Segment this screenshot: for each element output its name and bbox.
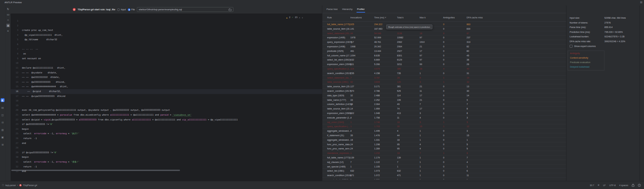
profiler-table-row[interactable]: if_statement (31)351.476441015 xyxy=(322,133,566,138)
legend-item-deepest-lookahead: Deepest lookahead xyxy=(570,66,589,68)
column-header-dfa-cache-miss[interactable]: DFA cache miss xyxy=(467,16,483,19)
column-header-invocations[interactable]: Invocations xyxy=(350,16,362,19)
cell: 2.488 xyxy=(374,93,380,98)
profiler-table-row[interactable]: set_special (1485)11.1051101 xyxy=(322,165,566,169)
profiler-table-row[interactable]: predicate (1525)46113.444292717080 xyxy=(322,49,566,53)
event-log-icon[interactable] xyxy=(638,184,641,187)
commit-tool-icon[interactable]: ◫ xyxy=(1,113,5,117)
code-text: —— —— @a333333333333 dtkind, xyxy=(22,80,65,85)
profiler-table-row[interactable]: standalone_expressio...11.23218716 xyxy=(322,151,566,156)
file-radio[interactable]: File xyxy=(128,8,135,11)
profiler-table-row[interactable]: table_source_item (16...141167.9830830 xyxy=(322,27,566,31)
profiler-table-row[interactable]: func_proc_name_data...241.29895405 xyxy=(322,142,566,147)
code-text: if @a333333333333 !='0' xyxy=(22,122,53,127)
profiler-table-row[interactable]: sql_union (1543)11.74616515 xyxy=(322,120,566,125)
cell: 14 xyxy=(467,93,469,98)
todo-tool-icon[interactable]: ▥ xyxy=(1,128,5,132)
profiler-table-row[interactable]: select_list_elem (1592)6326.669612997038 xyxy=(322,58,566,62)
encoding-selector[interactable]: UTF-8 xyxy=(609,184,616,186)
profiler-table-row[interactable]: execute_body (1204)11.0311101 xyxy=(322,178,566,179)
show-expert-columns-checkbox[interactable]: Show expert columns xyxy=(570,45,596,48)
profiler-table-row[interactable]: table_sources (1551)823.6091203132 xyxy=(322,80,566,84)
checkbox-icon[interactable] xyxy=(570,45,573,48)
inspections-widget[interactable]: ▲ 2 ✓ 23 ∧ ∨ xyxy=(286,16,303,19)
scroll-to-source-icon[interactable]: ▣ xyxy=(6,24,10,27)
profiler-table-row[interactable]: column_definition (1421)182.06449707 xyxy=(322,102,566,107)
column-header-total-k[interactable]: Total k xyxy=(397,16,403,19)
profiler-table-row[interactable]: query_specification (...11.7033015112 xyxy=(322,124,566,129)
breadcrumb-file[interactable]: TSqlParser.g4 xyxy=(23,184,37,186)
profiler-table-row[interactable]: select_statement_sta...73.787284119 xyxy=(322,76,566,80)
profiler-table-row[interactable]: query_expression (1527)11748.76120621910… xyxy=(322,40,566,44)
breadcrumb-project[interactable]: tsql-parser xyxy=(5,184,16,186)
profiler-table-row[interactable]: select_list (1581)6321.073632106 xyxy=(322,169,566,173)
profiler-table-row[interactable]: expression (1495)197852.99910982970237 xyxy=(322,35,566,40)
line-number: 21 xyxy=(11,113,18,118)
settings-list-icon[interactable]: ≡ xyxy=(6,29,10,33)
tab-parse-tree[interactable]: Parse tree xyxy=(327,5,338,13)
file-path-input[interactable]: ebelice/Github/tsql-parser/examples/big.… xyxy=(137,7,233,12)
input-radio-dot[interactable] xyxy=(117,8,120,11)
cell: 0 xyxy=(443,165,444,169)
tab-hierarchy[interactable]: Hierarchy xyxy=(342,5,353,13)
code-text: select @vipid = vipid,@vipa333333333333 … xyxy=(22,118,238,122)
cell: 830 xyxy=(467,27,470,31)
input-mode-icon[interactable]: ▭ xyxy=(6,13,10,16)
profiler-table-row[interactable]: search_condition (1519)7354.1587351031 xyxy=(322,71,566,76)
cell: 18 xyxy=(350,102,353,107)
vcs-tool-icon[interactable]: ⊟ xyxy=(1,120,5,124)
profiler-table-row[interactable]: table_source_item (15...141.959741708 xyxy=(322,107,566,111)
profiler-table-row[interactable]: select_statement (151...9454.04611381866… xyxy=(322,31,566,36)
tab-profiler[interactable]: Profiler xyxy=(357,5,365,13)
code-token: return -1 xyxy=(22,165,37,168)
browse-file-icon[interactable] xyxy=(229,8,232,11)
profiler-table-row[interactable]: execute_parameter (1...41.75811403 xyxy=(322,116,566,120)
lock-icon[interactable] xyxy=(632,184,634,187)
caret-position[interactable]: 30:7 xyxy=(590,184,594,186)
input-radio[interactable]: Input xyxy=(117,8,126,11)
preview-tool-icon[interactable]: ◧ xyxy=(1,98,5,102)
profiler-table-row[interactable]: table_name (1777)332.2521992109 xyxy=(322,98,566,102)
column-header-rule[interactable]: Rule xyxy=(327,16,332,19)
profiler-table-row[interactable]: func_proc_name_serv...241.28995405 xyxy=(322,146,566,151)
problems-tool-icon[interactable]: ⊞ xyxy=(1,143,5,146)
profiler-table-row[interactable]: expression_elem (1589)4021.948413308 xyxy=(322,111,566,116)
profiler-table-row[interactable]: full_table_name (1775)925294.3220863 xyxy=(322,22,566,27)
cell: 52.999 xyxy=(374,35,381,40)
file-radio-dot[interactable] xyxy=(128,8,130,11)
file-path-value: ebelice/Github/tsql-parser/examples/big.… xyxy=(139,8,182,11)
profiler-table-row[interactable]: full_table_name (1773)1391.179139107 xyxy=(322,156,566,160)
profiler-table-row[interactable]: full_column_name (17...10948.63583019704… xyxy=(322,53,566,58)
terminal-tool-icon[interactable]: ▣ xyxy=(1,135,5,139)
search-icon[interactable]: ○ xyxy=(6,18,10,22)
column-header-max-k[interactable]: Max k xyxy=(420,16,426,19)
highlighting-level-icon[interactable]: ⊘ xyxy=(598,184,600,186)
code-token: = @p_vipa1111111111111 xyxy=(206,118,238,121)
profiler-table-row[interactable]: expression (1498)199820.342206421082 xyxy=(322,44,566,49)
prev-problem-icon[interactable]: ∧ xyxy=(299,16,300,19)
layout-grid-icon[interactable]: ⊞ xyxy=(640,1,642,4)
profiler-table-row[interactable]: search_condition (1516)4711.0724711011 xyxy=(322,173,566,178)
profiler-table-row[interactable]: aggregate_windowed...181.33118101 xyxy=(322,138,566,142)
profiler-table-row[interactable]: query_specification (1...1164.9793801644… xyxy=(322,67,566,71)
profiler-table-row[interactable]: search_condition (1517)4702.78652511030 xyxy=(322,89,566,93)
column-header-time-ms-[interactable]: Time (ms) ˅ xyxy=(374,16,386,19)
line-ending-selector[interactable]: LF xyxy=(603,184,606,186)
cell: 1 xyxy=(467,165,468,169)
profiler-table-row[interactable]: expression_elem (1590)6115.266321199026 xyxy=(322,62,566,67)
code-line: 19 xyxy=(11,103,322,108)
profiler-table-row[interactable]: sql_clauses (12)71.1227104 xyxy=(322,160,566,165)
sql-editor[interactable]: ▲ 2 ✓ 23 ∧ ∨ 123create proc up_com_test4… xyxy=(11,14,322,181)
profiler-table-row[interactable]: table_source_item (15...1273.17138121013 xyxy=(322,84,566,89)
code-text: @p_tblname dtchar32 xyxy=(22,37,57,42)
cell: 0 xyxy=(443,129,444,133)
code-text: —— —— @vipa333333333333 dtkind xyxy=(22,94,65,99)
indent-selector[interactable]: 4 spaces xyxy=(619,184,628,186)
profiler-table-row[interactable]: aggregate_windowed...41.4954103 xyxy=(322,129,566,133)
column-header-ambiguities[interactable]: Ambiguities xyxy=(443,16,455,19)
refresh-icon[interactable]: ↻ xyxy=(6,7,10,11)
code-token: exec nb_com_getsysconfig @a1111111111111… xyxy=(22,109,170,111)
next-problem-icon[interactable]: ∨ xyxy=(302,16,303,19)
profiler-table-row[interactable]: data_type (1829)322.48811417014 xyxy=(322,93,566,98)
structure-tool-icon[interactable]: ▤ xyxy=(1,106,5,109)
